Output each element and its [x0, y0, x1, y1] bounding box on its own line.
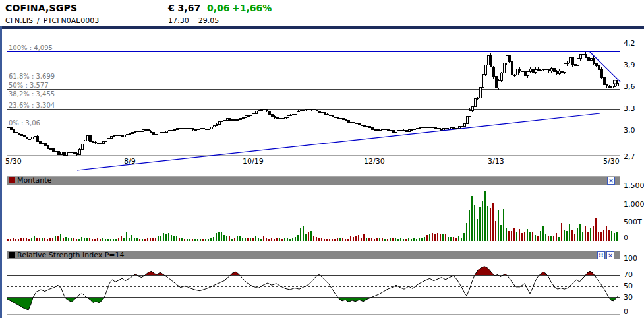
rsi-axis-tick: 50 [624, 282, 633, 290]
fib-level-label: 50% : 3,577 [9, 82, 49, 89]
price-axis-tick: 3,9 [624, 61, 635, 69]
volume-axis-tick: 1.500T [624, 181, 644, 190]
rsi-legend-icon [9, 252, 15, 258]
date-axis-tick: 3/13 [488, 157, 504, 166]
volume-axis-tick: 1.000T [624, 200, 644, 208]
close-icon: × [608, 177, 614, 184]
price-axis-tick: 3,6 [624, 82, 635, 91]
price-axis-tick: 3,3 [624, 104, 635, 113]
volume-legend-icon [9, 177, 15, 183]
date-axis-tick: 12/30 [364, 157, 385, 166]
rsi-properties-button[interactable]: ∷ [597, 251, 605, 259]
rsi-axis-tick: 100 [624, 254, 637, 263]
fib-level-label: 23,6% : 3,304 [9, 102, 55, 109]
close-icon: × [608, 252, 613, 259]
volume-axis-tick: 500T [624, 218, 642, 226]
rsi-panel-header: Relative Strength Index P=14 [7, 251, 620, 259]
price-axis-tick: 4,2 [624, 39, 635, 48]
volume-panel-header: Montante [7, 177, 620, 185]
date-axis-tick: 5/30 [5, 157, 22, 166]
rsi-axis-tick: 30 [624, 293, 633, 302]
date-axis-tick: 5/30 [603, 157, 620, 166]
rsi-close-button[interactable]: × [606, 251, 614, 259]
rsi-panel-title: Relative Strength Index P=14 [17, 251, 125, 259]
fib-level-label: 61,8% : 3,699 [9, 73, 55, 80]
date-axis-tick: 10/19 [243, 157, 264, 166]
price-axis-tick: 3,0 [624, 126, 635, 135]
date-axis-tick: 8/9 [124, 157, 136, 166]
volume-axis-tick: 0 [624, 234, 628, 242]
price-axis-tick: 2,7 [624, 152, 635, 161]
fib-level-label: 38,2% : 3,455 [9, 90, 55, 98]
rsi-axis-tick: 0 [624, 307, 628, 316]
chart-window: COFINA,SGPS CFN.LIS/PTCFN0AE0003 € 3,67 … [0, 0, 644, 318]
grid-icon: ∷ [599, 252, 603, 259]
rsi-axis-tick: 70 [624, 270, 633, 279]
price-chart-canvas[interactable]: 100% : 4,09561,8% : 3,69950% : 3,57738,2… [0, 0, 644, 173]
fib-level-label: 100% : 4,095 [9, 44, 53, 51]
volume-close-button[interactable]: × [607, 177, 615, 185]
rsi-chart-canvas[interactable] [0, 249, 644, 318]
fib-level-label: 0% : 3,06 [9, 119, 40, 127]
volume-panel-title: Montante [17, 176, 51, 185]
